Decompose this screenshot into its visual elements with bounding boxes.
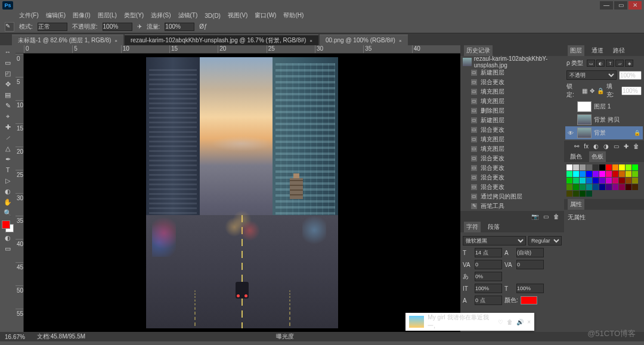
snapshot-icon[interactable]: 📷 — [531, 213, 538, 220]
swatch[interactable] — [593, 171, 599, 177]
filter-smart-icon[interactable]: ◈ — [625, 60, 633, 67]
swatch[interactable] — [573, 178, 579, 184]
swatch[interactable] — [580, 164, 586, 170]
swatch[interactable] — [632, 184, 638, 190]
font-size-input[interactable] — [475, 248, 502, 257]
menu-layer[interactable]: 图层(L) — [95, 11, 119, 20]
tab-doc-3[interactable]: 00.png @ 100% (RGB/8#)× — [320, 35, 408, 45]
swatch[interactable] — [626, 184, 631, 190]
tab-paragraph[interactable]: 段落 — [485, 222, 502, 232]
swatch[interactable] — [606, 178, 612, 184]
swatch[interactable] — [586, 191, 592, 197]
swatch[interactable] — [626, 164, 631, 170]
lasso-tool[interactable]: ◰ — [1, 68, 14, 79]
close-icon[interactable]: × — [114, 38, 117, 43]
swatch[interactable] — [593, 178, 599, 184]
tab-swatches[interactable]: 色板 — [589, 151, 606, 162]
swatch[interactable] — [566, 184, 572, 190]
fx-icon[interactable]: fx — [584, 143, 589, 150]
mask-icon[interactable]: ◐ — [593, 143, 599, 150]
quickmask-icon[interactable]: ◐ — [1, 232, 14, 243]
brush-tool[interactable]: ✚ — [1, 122, 14, 132]
leading-input[interactable] — [516, 248, 544, 257]
history-item[interactable]: ▭删除图层 — [460, 106, 564, 116]
layer-thumbnail[interactable] — [577, 128, 592, 138]
layer-thumbnail[interactable] — [577, 114, 592, 125]
trash-icon[interactable]: 🗑 — [633, 143, 639, 150]
menu-view[interactable]: 视图(V) — [225, 11, 250, 20]
lock-position-icon[interactable]: ✥ — [590, 88, 595, 94]
history-item[interactable]: ▭混合更改 — [460, 173, 564, 182]
swatch[interactable] — [593, 164, 599, 170]
swatch[interactable] — [573, 171, 579, 177]
lock-pixels-icon[interactable]: ▦ — [582, 88, 587, 94]
visibility-icon[interactable]: 👁 — [568, 130, 575, 136]
swatch[interactable] — [606, 184, 612, 190]
layer-row[interactable]: 图层 1 — [565, 100, 643, 113]
history-brush-tool[interactable]: △ — [1, 143, 14, 154]
menu-file[interactable]: 文件(F) — [17, 11, 41, 20]
swatch[interactable] — [573, 164, 579, 170]
font-style-select[interactable]: Regular — [528, 236, 562, 245]
swatch[interactable] — [619, 178, 625, 184]
swatch[interactable] — [632, 178, 638, 184]
font-family-select[interactable]: 微软雅黑 — [463, 236, 526, 245]
layer-row[interactable]: 👁背景🔒 — [565, 126, 643, 139]
menu-type[interactable]: 类型(Y) — [122, 11, 146, 20]
swatch[interactable] — [612, 171, 618, 177]
history-item[interactable]: ▭填充图层 — [460, 87, 564, 97]
swatch[interactable] — [586, 171, 592, 177]
swatch[interactable] — [599, 171, 605, 177]
move-tool[interactable]: ↔ — [1, 46, 14, 57]
swatch[interactable] — [573, 191, 579, 197]
swatch[interactable] — [580, 184, 586, 190]
history-item[interactable]: ▭混合更改 — [460, 182, 564, 192]
maximize-button[interactable]: ▭ — [614, 1, 627, 10]
history-source[interactable]: rezaul-karim-102abqkKhbY-unsplash.jpg — [460, 56, 564, 68]
tab-color[interactable]: 颜色 — [568, 151, 584, 162]
notification-toast[interactable]: My girl 我请你在靠近我一, ♡ 🗑 🔊 × — [405, 313, 534, 331]
tsume-input[interactable] — [475, 272, 502, 281]
baseline-input[interactable] — [475, 296, 502, 305]
history-item[interactable]: ▭混合更改 — [460, 77, 564, 87]
swatch[interactable] — [586, 164, 592, 170]
swatch[interactable] — [566, 164, 572, 170]
history-item[interactable]: ▭填充图层 — [460, 135, 564, 144]
tracking-input[interactable] — [516, 260, 544, 269]
hscale-input[interactable] — [516, 284, 544, 293]
swatch[interactable] — [566, 178, 572, 184]
pressure-icon[interactable]: Øƒ — [199, 23, 207, 30]
menu-3d[interactable]: 3D(D) — [202, 13, 223, 19]
screenmode-icon[interactable]: ▭ — [1, 243, 14, 254]
swatch[interactable] — [612, 178, 618, 184]
link-icon[interactable]: ⚯ — [574, 143, 579, 150]
new-layer-icon[interactable]: ✚ — [624, 143, 628, 150]
swatch[interactable] — [599, 184, 605, 190]
filter-pixel-icon[interactable]: ▭ — [587, 60, 595, 67]
trash-icon[interactable]: 🗑 — [553, 213, 559, 220]
fill-input[interactable] — [621, 86, 642, 95]
path-tool[interactable]: ▷ — [1, 175, 14, 186]
tab-properties[interactable]: 属性 — [568, 199, 584, 210]
swatch[interactable] — [626, 178, 631, 184]
wand-tool[interactable]: ✥ — [1, 79, 14, 89]
eyedropper-tool[interactable]: ✎ — [1, 100, 14, 111]
crop-tool[interactable]: ▤ — [1, 89, 14, 100]
filter-type-icon[interactable]: T — [606, 60, 614, 67]
eraser-tool[interactable]: ✒ — [1, 154, 14, 164]
group-icon[interactable]: ▭ — [614, 143, 619, 150]
lock-all-icon[interactable]: 🔒 — [597, 88, 604, 94]
swatch[interactable] — [619, 184, 625, 190]
minimize-button[interactable]: — — [600, 1, 613, 10]
layer-row[interactable]: 背景 拷贝 — [565, 113, 643, 126]
menu-help[interactable]: 帮助(H) — [281, 11, 306, 20]
swatch[interactable] — [573, 184, 579, 190]
swatch[interactable] — [619, 164, 625, 170]
zoom-tool[interactable]: 🔍 — [1, 207, 14, 218]
swatch[interactable] — [599, 178, 605, 184]
history-item[interactable]: ▭新建图层 — [460, 68, 564, 77]
swatch[interactable] — [606, 164, 612, 170]
close-button[interactable]: ✕ — [628, 1, 642, 10]
menu-image[interactable]: 图像(I) — [70, 11, 92, 20]
swatch[interactable] — [580, 191, 586, 197]
